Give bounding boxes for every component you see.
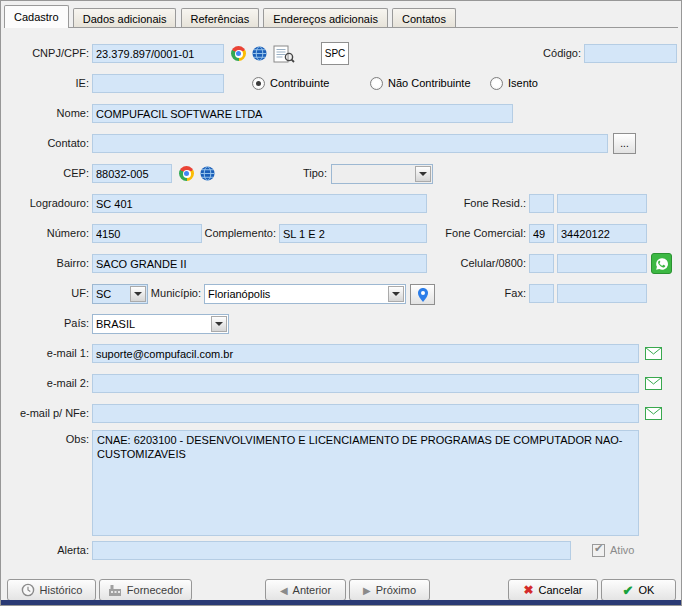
isento-radio-label: Isento <box>508 74 538 93</box>
next-arrow-icon: ▶ <box>363 585 371 596</box>
numero-label: Número: <box>3 224 89 243</box>
fax-input[interactable] <box>557 284 647 303</box>
ok-button[interactable]: ✔ OK <box>601 579 676 601</box>
contato-label: Contato: <box>3 134 89 153</box>
fone-comercial-label: Fone Comercial: <box>426 224 526 243</box>
cep-label: CEP: <box>3 164 89 183</box>
cancelar-button[interactable]: ✖ Cancelar <box>508 579 598 601</box>
obs-label: Obs: <box>3 430 89 449</box>
bairro-label: Bairro: <box>3 254 89 273</box>
email1-input[interactable] <box>92 344 639 363</box>
email-nfe-envelope-icon[interactable] <box>645 407 662 420</box>
fornecedor-button[interactable]: Fornecedor <box>99 579 192 601</box>
tipo-select[interactable] <box>331 164 433 184</box>
alerta-input[interactable] <box>92 541 571 560</box>
municipio-select[interactable]: Florianópolis <box>204 284 406 304</box>
cancelar-label: Cancelar <box>539 584 583 596</box>
complemento-input[interactable] <box>279 224 427 243</box>
fone-resid-label: Fone Resid.: <box>426 194 526 213</box>
tipo-dropdown-arrow-icon[interactable] <box>415 166 431 182</box>
tipo-label: Tipo: <box>277 164 327 183</box>
nao-contribuinte-radio-label: Não Contribuinte <box>388 74 471 93</box>
email-nfe-input[interactable] <box>92 404 639 423</box>
fornecedor-label: Fornecedor <box>127 584 183 596</box>
email2-envelope-icon[interactable] <box>645 377 662 390</box>
nome-input[interactable] <box>92 104 513 123</box>
logradouro-input[interactable] <box>92 194 427 213</box>
pais-label: País: <box>3 314 89 333</box>
ok-label: OK <box>639 584 655 596</box>
nao-contribuinte-radio[interactable] <box>370 77 383 90</box>
email1-envelope-icon[interactable] <box>645 347 662 360</box>
spc-button[interactable]: SPC <box>321 42 349 65</box>
nome-label: Nome: <box>3 104 89 123</box>
cnpj-input[interactable] <box>92 44 224 63</box>
tab-bar: Cadastro Dados adicionais Referências En… <box>4 5 678 28</box>
chrome-cep-lookup-icon[interactable] <box>179 166 194 181</box>
tab-cadastro[interactable]: Cadastro <box>4 5 69 28</box>
ok-check-icon: ✔ <box>623 583 634 598</box>
alerta-label: Alerta: <box>3 541 89 560</box>
historico-button[interactable]: Histórico <box>7 579 96 601</box>
cnpj-label: CNPJ/CPF: <box>3 44 89 63</box>
municipio-dropdown-arrow-icon[interactable] <box>388 286 404 302</box>
supplier-icon <box>108 584 122 597</box>
codigo-input[interactable] <box>584 44 677 63</box>
window-bottom-edge <box>1 600 681 605</box>
celular-label: Celular/0800: <box>426 254 526 273</box>
ativo-checkbox-label: Ativo <box>610 541 634 560</box>
fone-comercial-input[interactable] <box>557 224 647 243</box>
email2-label: e-mail 2: <box>3 374 89 393</box>
pais-select[interactable]: BRASIL <box>92 314 229 334</box>
pais-dropdown-arrow-icon[interactable] <box>211 316 227 332</box>
cep-input[interactable] <box>92 164 172 183</box>
history-clock-icon <box>21 583 35 597</box>
contato-browse-button[interactable]: ... <box>613 133 636 154</box>
celular-ddd-input[interactable] <box>529 254 554 273</box>
bairro-input[interactable] <box>92 254 427 273</box>
anterior-button[interactable]: ◀ Anterior <box>265 579 346 601</box>
contribuinte-radio[interactable] <box>252 77 265 90</box>
globe-cep-icon[interactable] <box>200 166 215 181</box>
proximo-button[interactable]: ▶ Próximo <box>349 579 430 601</box>
tab-dados-adicionais[interactable]: Dados adicionais <box>73 8 177 28</box>
tab-enderecos-adicionais[interactable]: Endereços adicionais <box>263 8 388 28</box>
tab-contatos[interactable]: Contatos <box>392 8 456 28</box>
isento-radio[interactable] <box>490 77 503 90</box>
globe-web-icon[interactable] <box>252 46 267 61</box>
codigo-label: Código: <box>521 44 581 63</box>
email1-label: e-mail 1: <box>3 344 89 363</box>
fone-resid-ddd-input[interactable] <box>529 194 554 213</box>
historico-label: Histórico <box>40 584 83 596</box>
contribuinte-radio-label: Contribuinte <box>270 74 329 93</box>
proximo-label: Próximo <box>376 584 416 596</box>
email2-input[interactable] <box>92 374 639 393</box>
complemento-label: Complemento: <box>196 224 276 243</box>
tab-referencias[interactable]: Referências <box>181 8 260 28</box>
fax-label: Fax: <box>426 284 526 303</box>
contato-input[interactable] <box>92 134 608 153</box>
cancel-x-icon: ✖ <box>523 583 533 597</box>
anterior-label: Anterior <box>293 584 332 596</box>
logradouro-label: Logradouro: <box>3 194 89 213</box>
email-nfe-label: e-mail p/ NFe: <box>3 404 89 423</box>
chrome-lookup-icon[interactable] <box>231 46 246 61</box>
previous-arrow-icon: ◀ <box>280 585 288 596</box>
ativo-checkbox[interactable] <box>592 544 605 557</box>
numero-input[interactable] <box>92 224 202 243</box>
whatsapp-icon[interactable] <box>651 253 672 274</box>
municipio-label: Município: <box>136 284 201 303</box>
cadastro-dialog: Cadastro Dados adicionais Referências En… <box>0 0 682 606</box>
fone-comercial-ddd-input[interactable] <box>529 224 554 243</box>
fone-resid-input[interactable] <box>557 194 647 213</box>
document-search-icon[interactable] <box>273 45 295 64</box>
fax-ddd-input[interactable] <box>529 284 554 303</box>
ie-label: IE: <box>3 74 89 93</box>
celular-input[interactable] <box>557 254 647 273</box>
ie-input[interactable] <box>92 74 224 93</box>
obs-textarea[interactable]: CNAE: 6203100 - DESENVOLVIMENTO E LICENC… <box>92 430 639 536</box>
uf-label: UF: <box>3 284 89 303</box>
